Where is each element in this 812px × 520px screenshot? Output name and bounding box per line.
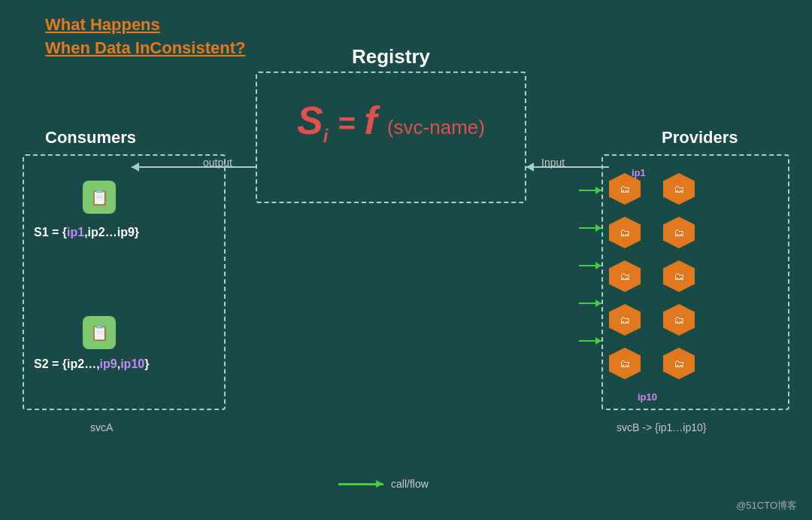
legend-text: call/flow: [391, 478, 429, 490]
title-line2: When Data InConsistent?: [45, 38, 245, 57]
green-arrow-1: [579, 190, 601, 191]
green-arrow-4: [579, 303, 601, 304]
legend-line: [338, 483, 383, 485]
hex-4-2: 🗂: [663, 304, 695, 336]
input-arrow: [526, 166, 609, 168]
hex-row-2: 🗂 🗂: [609, 217, 695, 248]
hex-3-2: 🗂: [663, 260, 695, 292]
hex-5-2: 🗂: [663, 348, 695, 379]
providers-grid: 🗂 🗂 🗂 🗂 🗂 🗂 🗂 🗂 🗂 🗂: [609, 173, 695, 385]
hex-2-1: 🗂: [609, 217, 641, 248]
legend: call/flow: [338, 478, 429, 490]
hex-4-1: 🗂: [609, 304, 641, 336]
hex-row-3: 🗂 🗂: [609, 260, 695, 292]
svca-label: svcA: [90, 421, 113, 433]
svcb-label: svcB -> {ip1…ip10}: [617, 421, 706, 433]
hex-row-4: 🗂 🗂: [609, 304, 695, 336]
hex-1-2: 🗂: [663, 173, 695, 205]
consumers-box: [23, 154, 226, 410]
formula: Si = f (svc-name): [267, 98, 515, 147]
title-line1: What Happens: [45, 15, 160, 34]
title: What Happens When Data InConsistent?: [45, 14, 245, 60]
ip10-label: ip10: [638, 391, 657, 403]
green-arrow-3: [579, 265, 601, 266]
watermark: @51CTO博客: [736, 499, 797, 512]
green-arrow-5: [579, 340, 601, 342]
consumer1-icon: 📋: [83, 181, 116, 214]
hex-row-5: 🗂 🗂: [609, 348, 695, 379]
green-arrow-2: [579, 227, 601, 229]
providers-label: Providers: [662, 128, 738, 147]
hex-2-2: 🗂: [663, 217, 695, 248]
hex-3-1: 🗂: [609, 260, 641, 292]
consumers-label: Consumers: [45, 128, 136, 147]
s1-text: S1 = {ip1,ip2…ip9}: [34, 226, 139, 239]
hex-row-1: 🗂 🗂: [609, 173, 695, 205]
hex-5-1: 🗂: [609, 348, 641, 379]
registry-label: Registry: [286, 45, 496, 68]
consumer2-icon: 📋: [83, 316, 116, 349]
s2-text: S2 = {ip2…,ip9,ip10}: [34, 357, 149, 371]
hex-1-1: 🗂: [609, 173, 641, 205]
